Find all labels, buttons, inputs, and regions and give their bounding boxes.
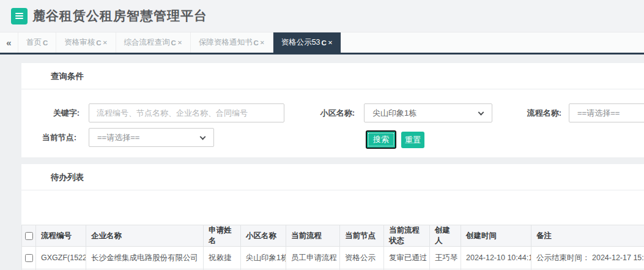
cell-community: 尖山印象1栋	[241, 247, 286, 269]
col-header-community: 小区名称	[241, 225, 286, 247]
close-icon[interactable]: ✕	[103, 39, 108, 46]
select-all-checkbox[interactable]	[25, 232, 33, 240]
close-icon[interactable]: ✕	[177, 39, 182, 46]
menu-button[interactable]	[11, 8, 28, 24]
community-label: 小区名称:	[294, 103, 355, 122]
col-header-created-at: 创建时间	[461, 225, 531, 247]
tab-qualification-review[interactable]: 资格审核 C ✕	[56, 32, 116, 53]
current-node-label: 当前节点:	[21, 128, 76, 147]
tab-home[interactable]: 首页 C	[18, 32, 56, 53]
todo-panel: 待办列表 流程编号 企业名称 申请姓名 小区名称 当前流程 当前节点	[21, 164, 644, 270]
app-header: 麓谷租赁公租房智慧管理平台	[0, 0, 644, 32]
cell-node: 资格公示	[340, 247, 384, 269]
tab-bar: « 首页 C 资格审核 C ✕ 综合流程查询 C ✕ 保障资格通知书 C ✕ 资…	[0, 32, 644, 54]
tab-label: 资格公示53	[281, 37, 320, 48]
query-panel-title: 查询条件	[21, 63, 644, 89]
cell-status: 复审已通过	[384, 247, 430, 269]
hamburger-menu-icon	[15, 13, 23, 19]
search-button[interactable]: 搜索	[366, 130, 396, 149]
double-chevron-left-icon: «	[6, 37, 11, 48]
reset-button[interactable]: 重置	[401, 132, 424, 148]
cell-flow: 员工申请流程	[286, 247, 340, 269]
col-header-process-no: 流程编号	[36, 225, 86, 247]
refresh-icon[interactable]: C	[253, 39, 258, 47]
col-header-status: 当前流程状态	[384, 225, 430, 247]
tab-process-query[interactable]: 综合流程查询 C ✕	[116, 32, 191, 53]
col-header-flow: 当前流程	[286, 225, 340, 247]
col-header-applicant: 申请姓名	[204, 225, 241, 247]
tab-label: 综合流程查询	[124, 37, 170, 48]
tab-label: 资格审核	[64, 37, 95, 48]
col-header-node: 当前节点	[340, 225, 384, 247]
col-header-remark: 备注	[531, 225, 644, 247]
refresh-icon[interactable]: C	[171, 39, 176, 47]
app-window: 麓谷租赁公租房智慧管理平台 « 首页 C 资格审核 C ✕ 综合流程查询 C ✕…	[0, 0, 644, 270]
tab-label: 首页	[26, 37, 42, 48]
community-select-value: 尖山印象1栋	[372, 108, 416, 119]
cell-created-at: 2024-12-10 10:44:11	[461, 247, 531, 269]
app-title: 麓谷租赁公租房智慧管理平台	[32, 7, 207, 24]
query-panel: 查询条件 关键字: 小区名称: 尖山印象1栋 流程名称: ==请选择== 当前节…	[21, 63, 644, 157]
table-row[interactable]: GXGZF(15224) 长沙金维集成电路股份有限公司 祝敕捷 尖山印象1栋 员…	[22, 247, 644, 269]
close-icon[interactable]: ✕	[260, 39, 265, 46]
tab-guarantee-notice[interactable]: 保障资格通知书 C ✕	[191, 32, 273, 53]
tab-qualification-publicity-active[interactable]: 资格公示53 C ✕	[273, 32, 341, 53]
process-name-label: 流程名称:	[500, 103, 561, 122]
refresh-icon[interactable]: C	[322, 39, 327, 47]
keyword-label: 关键字:	[28, 103, 80, 122]
row-checkbox[interactable]	[25, 254, 33, 262]
cell-creator: 王巧琴	[430, 247, 461, 269]
current-node-select-value: ==请选择==	[97, 132, 139, 143]
close-icon[interactable]: ✕	[328, 39, 333, 46]
table-header-row: 流程编号 企业名称 申请姓名 小区名称 当前流程 当前节点 当前流程状态 创建人…	[22, 225, 644, 247]
chevron-down-icon	[478, 109, 484, 115]
refresh-icon[interactable]: C	[96, 39, 101, 47]
todo-table: 流程编号 企业名称 申请姓名 小区名称 当前流程 当前节点 当前流程状态 创建人…	[21, 225, 644, 270]
refresh-icon[interactable]: C	[43, 39, 48, 47]
chevron-down-icon	[200, 133, 206, 140]
cell-applicant: 祝敕捷	[204, 247, 241, 269]
cell-company: 长沙金维集成电路股份有限公司	[86, 247, 204, 269]
cell-remark: 公示结束时间： 2024-12-17 15:50:09	[531, 247, 644, 269]
keyword-input[interactable]	[89, 103, 284, 122]
process-name-select[interactable]: ==请选择==	[569, 103, 644, 122]
content-area: 查询条件 关键字: 小区名称: 尖山印象1栋 流程名称: ==请选择== 当前节…	[0, 54, 644, 270]
todo-panel-title: 待办列表	[21, 164, 644, 190]
col-header-company: 企业名称	[86, 225, 204, 247]
collapse-tabs-button[interactable]: «	[0, 32, 18, 53]
col-header-creator: 创建人	[430, 225, 461, 247]
community-select[interactable]: 尖山印象1栋	[364, 103, 492, 122]
tab-label: 保障资格通知书	[199, 37, 253, 48]
cell-process-no: GXGZF(15224)	[36, 247, 86, 269]
current-node-select[interactable]: ==请选择==	[89, 128, 214, 147]
process-name-select-value: ==请选择==	[577, 108, 620, 119]
